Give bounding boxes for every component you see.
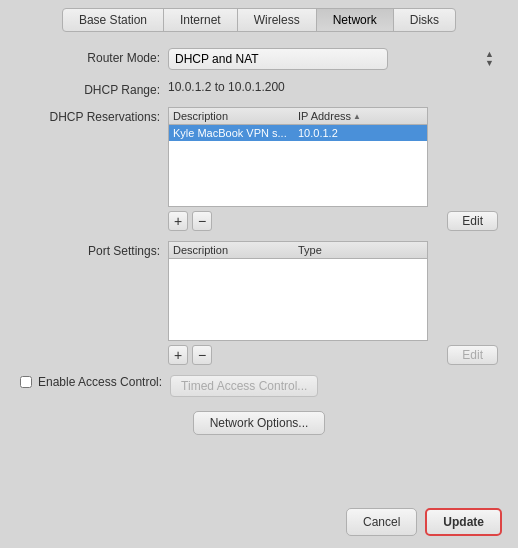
tab-disks[interactable]: Disks: [393, 8, 456, 32]
tab-wireless[interactable]: Wireless: [237, 8, 317, 32]
dhcp-reservations-table: Description IP Address ▲ Kyle MacBook VP…: [168, 107, 428, 207]
network-options-button[interactable]: Network Options...: [193, 411, 326, 435]
timed-access-button[interactable]: Timed Access Control...: [170, 375, 318, 397]
network-options-row: Network Options...: [20, 411, 498, 435]
cancel-button[interactable]: Cancel: [346, 508, 417, 536]
dhcp-row-ip: 10.0.1.2: [298, 127, 423, 139]
dhcp-col-ip: IP Address ▲: [298, 110, 423, 122]
port-table-header: Description Type: [169, 242, 427, 259]
port-edit-button[interactable]: Edit: [447, 345, 498, 365]
port-remove-button[interactable]: −: [192, 345, 212, 365]
access-control-label: Enable Access Control:: [38, 375, 162, 389]
router-mode-row: Router Mode: DHCP and NAT DHCP Only Off …: [20, 48, 498, 70]
sort-arrow-icon: ▲: [353, 112, 361, 121]
port-table-actions: + − Edit: [168, 345, 498, 365]
dhcp-add-button[interactable]: +: [168, 211, 188, 231]
tab-base-station[interactable]: Base Station: [62, 8, 164, 32]
dhcp-table-actions: + − Edit: [168, 211, 498, 231]
router-mode-select[interactable]: DHCP and NAT DHCP Only Off (Bridge Mode): [168, 48, 388, 70]
dhcp-reservations-row: DHCP Reservations: Description IP Addres…: [20, 107, 498, 231]
dhcp-table-header: Description IP Address ▲: [169, 108, 427, 125]
port-col-type: Type: [298, 244, 423, 256]
port-col-description: Description: [173, 244, 298, 256]
dhcp-range-row: DHCP Range: 10.0.1.2 to 10.0.1.200: [20, 80, 498, 97]
port-add-button[interactable]: +: [168, 345, 188, 365]
tab-internet[interactable]: Internet: [163, 8, 238, 32]
port-settings-row: Port Settings: Description Type + − Edit: [20, 241, 498, 365]
router-mode-label: Router Mode:: [20, 48, 160, 65]
bottom-bar: Cancel Update: [0, 500, 518, 548]
dhcp-reservations-label: DHCP Reservations:: [20, 107, 160, 124]
router-mode-control: DHCP and NAT DHCP Only Off (Bridge Mode)…: [168, 48, 498, 70]
update-button[interactable]: Update: [425, 508, 502, 536]
access-control-row: Enable Access Control: Timed Access Cont…: [20, 375, 498, 397]
dhcp-table-row[interactable]: Kyle MacBook VPN s... 10.0.1.2: [169, 125, 427, 141]
dhcp-range-value: 10.0.1.2 to 10.0.1.200: [168, 77, 285, 94]
access-control-checkbox-row: Enable Access Control:: [20, 375, 162, 389]
tab-bar: Base Station Internet Wireless Network D…: [0, 0, 518, 32]
dhcp-edit-button[interactable]: Edit: [447, 211, 498, 231]
access-control-checkbox[interactable]: [20, 376, 32, 388]
dhcp-row-description: Kyle MacBook VPN s...: [173, 127, 298, 139]
port-settings-label: Port Settings:: [20, 241, 160, 258]
dhcp-range-label: DHCP Range:: [20, 80, 160, 97]
tab-network[interactable]: Network: [316, 8, 394, 32]
dhcp-remove-button[interactable]: −: [192, 211, 212, 231]
port-settings-table: Description Type: [168, 241, 428, 341]
dhcp-col-description: Description: [173, 110, 298, 122]
select-arrows-icon: ▲▼: [485, 50, 494, 68]
main-content: Router Mode: DHCP and NAT DHCP Only Off …: [0, 32, 518, 500]
